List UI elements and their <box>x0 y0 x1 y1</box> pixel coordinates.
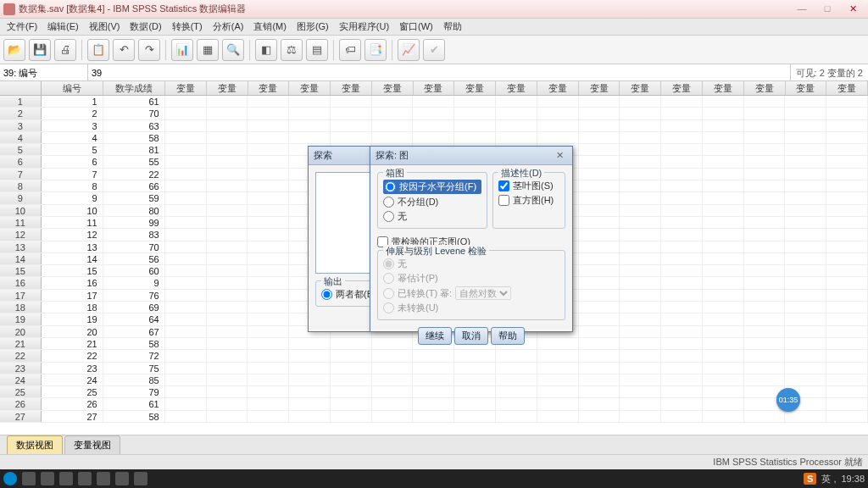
cell-empty[interactable] <box>826 132 868 143</box>
cell-empty[interactable] <box>165 241 207 252</box>
cell-empty[interactable] <box>496 120 537 131</box>
cell-empty[interactable] <box>785 374 826 385</box>
col-header[interactable]: 变量 <box>248 81 290 95</box>
cell-empty[interactable] <box>620 313 661 324</box>
cell-empty[interactable] <box>620 265 661 276</box>
cell-empty[interactable] <box>703 169 744 180</box>
cell-empty[interactable] <box>703 253 744 264</box>
cell-empty[interactable] <box>620 217 661 228</box>
cell-empty[interactable] <box>248 350 289 361</box>
cell-empty[interactable] <box>661 169 703 180</box>
cell-empty[interactable] <box>703 144 744 155</box>
cell-empty[interactable] <box>207 350 248 361</box>
cell-empty[interactable] <box>248 411 289 422</box>
cell-empty[interactable] <box>248 302 289 313</box>
cell-empty[interactable] <box>207 338 248 349</box>
cell-empty[interactable] <box>785 290 826 301</box>
cell-empty[interactable] <box>579 96 620 107</box>
cell-empty[interactable] <box>661 386 703 397</box>
row-number[interactable]: 10 <box>0 205 42 216</box>
cell-empty[interactable] <box>248 338 289 349</box>
cell-empty[interactable] <box>165 156 207 167</box>
cell-empty[interactable] <box>248 205 289 216</box>
tab-data-view[interactable]: 数据视图 <box>7 435 63 454</box>
tb-sets-icon[interactable]: 📑 <box>364 39 387 61</box>
cell-empty[interactable] <box>248 241 289 252</box>
cell-empty[interactable] <box>331 374 372 385</box>
start-button[interactable] <box>3 472 17 485</box>
cell-empty[interactable] <box>703 132 744 143</box>
tb-save-icon[interactable]: 💾 <box>29 39 51 61</box>
cell-empty[interactable] <box>785 96 826 107</box>
cell-empty[interactable] <box>372 363 414 374</box>
plots-continue-button[interactable]: 继续 <box>418 327 452 345</box>
menu-window[interactable]: 窗口(W) <box>394 19 438 35</box>
cell-empty[interactable] <box>165 374 207 385</box>
cell-empty[interactable] <box>785 363 826 374</box>
cell-empty[interactable] <box>703 313 744 324</box>
cell-empty[interactable] <box>785 350 826 361</box>
cell-empty[interactable] <box>744 350 786 361</box>
cell-empty[interactable] <box>579 156 620 167</box>
cell-empty[interactable] <box>413 411 454 422</box>
cell-empty[interactable] <box>165 120 207 131</box>
cell-score[interactable]: 58 <box>103 132 165 143</box>
cell-empty[interactable] <box>331 108 372 119</box>
cell-empty[interactable] <box>661 411 703 422</box>
cell-score[interactable]: 69 <box>103 302 165 313</box>
cell-empty[interactable] <box>579 302 620 313</box>
col-header[interactable]: 变量 <box>414 81 455 95</box>
cell-empty[interactable] <box>826 241 868 252</box>
cell-id[interactable]: 25 <box>42 386 103 397</box>
cell-empty[interactable] <box>579 132 620 143</box>
cell-id[interactable]: 6 <box>42 156 103 167</box>
cell-empty[interactable] <box>744 290 786 301</box>
taskbar[interactable]: S 英 , 19:38 <box>0 469 868 488</box>
cell-empty[interactable] <box>826 120 868 131</box>
cell-empty[interactable] <box>579 313 620 324</box>
cell-empty[interactable] <box>620 338 661 349</box>
cell-empty[interactable] <box>661 277 703 288</box>
col-header[interactable]: 变量 <box>579 81 620 95</box>
cell-empty[interactable] <box>248 253 289 264</box>
cell-empty[interactable] <box>207 229 248 240</box>
cell-empty[interactable] <box>620 96 661 107</box>
cell-empty[interactable] <box>248 217 289 228</box>
cell-score[interactable]: 66 <box>103 180 165 191</box>
col-header[interactable]: 变量 <box>744 81 786 95</box>
cell-address[interactable]: 39: 编号 <box>0 64 88 80</box>
cell-empty[interactable] <box>537 386 579 397</box>
cell-empty[interactable] <box>579 108 620 119</box>
cell-id[interactable]: 15 <box>42 265 103 276</box>
cell-empty[interactable] <box>289 386 331 397</box>
cell-score[interactable]: 83 <box>103 229 165 240</box>
cell-id[interactable]: 2 <box>42 108 103 119</box>
cell-empty[interactable] <box>207 169 248 180</box>
cell-empty[interactable] <box>744 229 786 240</box>
cell-score[interactable]: 70 <box>103 108 165 119</box>
cell-empty[interactable] <box>744 132 786 143</box>
cell-empty[interactable] <box>703 290 744 301</box>
cell-empty[interactable] <box>248 96 289 107</box>
cell-empty[interactable] <box>620 398 661 409</box>
cell-empty[interactable] <box>826 374 868 385</box>
table-row[interactable]: 272758 <box>0 411 868 423</box>
cell-empty[interactable] <box>331 363 372 374</box>
cell-empty[interactable] <box>207 144 248 155</box>
cell-empty[interactable] <box>744 241 786 252</box>
row-number[interactable]: 23 <box>0 363 42 374</box>
cell-empty[interactable] <box>744 108 786 119</box>
cell-empty[interactable] <box>165 192 207 203</box>
row-number[interactable]: 18 <box>0 302 42 313</box>
plots-close-button[interactable]: ✕ <box>553 150 567 161</box>
cell-empty[interactable] <box>165 350 207 361</box>
cell-empty[interactable] <box>620 411 661 422</box>
menu-file[interactable]: 文件(F) <box>2 19 42 35</box>
window-min-button[interactable]: — <box>790 3 814 16</box>
col-header[interactable]: 变量 <box>703 81 744 95</box>
cell-empty[interactable] <box>579 363 620 374</box>
cell-empty[interactable] <box>289 338 331 349</box>
col-header[interactable]: 变量 <box>537 81 579 95</box>
cell-empty[interactable] <box>165 411 207 422</box>
cell-value[interactable]: 39 <box>88 68 790 78</box>
